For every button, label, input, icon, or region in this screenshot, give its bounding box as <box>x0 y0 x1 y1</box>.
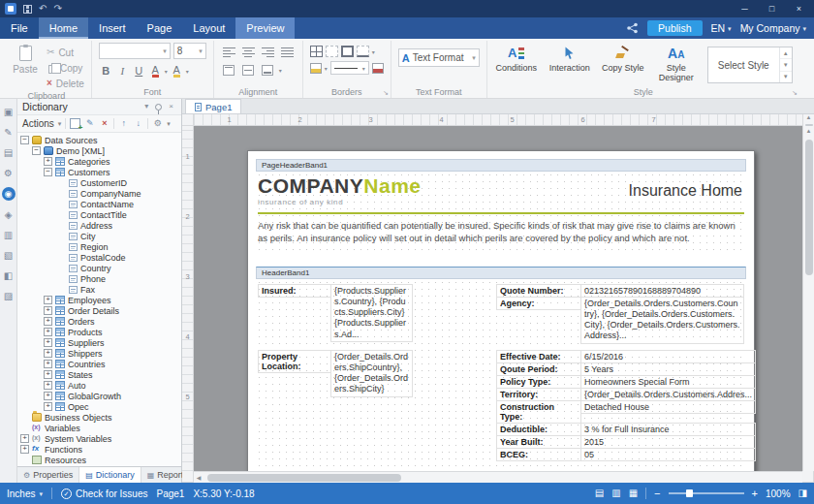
vertical-scroll-thumb[interactable] <box>805 140 813 275</box>
tree-expander-icon[interactable] <box>44 306 52 315</box>
view-continuous-icon[interactable]: ▦ <box>629 488 638 498</box>
tab-insert[interactable]: Insert <box>88 17 137 39</box>
tree-expander-icon[interactable] <box>44 317 52 326</box>
align-middle-button[interactable] <box>240 63 257 77</box>
tree-expander-icon[interactable] <box>44 349 52 358</box>
divider-rule[interactable] <box>258 212 744 214</box>
report-setup-icon[interactable]: ▣ <box>2 106 16 118</box>
scroll-up-icon[interactable]: ▲ <box>806 126 812 136</box>
tree-expander-icon[interactable] <box>57 189 66 198</box>
borders-menu-button[interactable]: ▾ <box>372 48 375 55</box>
field-value[interactable]: 3 % for Full Insurance <box>580 423 756 436</box>
delete-item-icon[interactable]: × <box>99 119 110 128</box>
field-label[interactable]: Effective Date: <box>496 350 581 363</box>
tree-expander-icon[interactable] <box>57 242 66 251</box>
paste-button[interactable]: Paste <box>9 43 42 75</box>
tree-expander-icon[interactable] <box>57 264 66 272</box>
tree-item[interactable]: Business Objects <box>17 412 181 423</box>
actions-menu[interactable]: Actions <box>22 118 54 129</box>
pin-icon[interactable] <box>155 104 162 110</box>
tree-expander-icon[interactable] <box>44 338 52 347</box>
font-color-button[interactable]: A <box>148 63 163 79</box>
tree-item[interactable]: CompanyName <box>17 188 181 199</box>
close-button[interactable]: × <box>789 2 809 16</box>
tree-expander-icon[interactable] <box>57 210 66 219</box>
online-icon[interactable]: ◉ <box>2 187 16 201</box>
tree-item[interactable]: Fax <box>17 284 181 295</box>
borders-dialog-launcher-icon[interactable]: ↘ <box>383 89 389 96</box>
underline-button[interactable]: U <box>132 63 146 79</box>
tree-expander-icon[interactable] <box>57 253 66 262</box>
fill-color-button[interactable] <box>310 63 322 74</box>
tree-item[interactable]: Phone <box>17 273 181 284</box>
field-label[interactable]: Property Location: <box>258 350 331 373</box>
no-borders-button[interactable] <box>326 46 338 57</box>
tree-item[interactable]: Customers <box>17 167 181 177</box>
panel-tab-properties[interactable]: ⚙ Properties <box>17 467 79 483</box>
tree-item[interactable]: Shippers <box>17 348 181 359</box>
tree-item[interactable]: Opec <box>17 401 181 412</box>
undo-icon[interactable]: ↶ <box>39 4 47 14</box>
tree-item[interactable]: Orders <box>17 316 181 327</box>
tree-item[interactable]: Address <box>17 220 181 231</box>
chevron-down-icon[interactable]: ▾ <box>186 68 189 75</box>
company-logo-text[interactable]: COMPANYName insurance of any kind <box>258 175 629 206</box>
tab-home[interactable]: Home <box>39 17 88 39</box>
check-for-issues-button[interactable]: ✓Check for Issues <box>61 488 147 499</box>
tree-expander-icon[interactable] <box>44 157 52 166</box>
tree-expander-icon[interactable] <box>44 328 52 336</box>
vertical-scrollbar[interactable]: ▲ <box>802 114 814 126</box>
field-value[interactable]: Homeowners Special Form <box>580 375 756 389</box>
zoom-in-button[interactable]: + <box>752 488 758 499</box>
tree-expander-icon[interactable] <box>57 178 66 187</box>
tab-layout[interactable]: Layout <box>182 17 235 39</box>
tree-expander-icon[interactable] <box>44 360 52 368</box>
align-left-button[interactable] <box>221 46 237 59</box>
tree-item[interactable]: Country <box>17 263 181 273</box>
tree-expander-icon[interactable] <box>44 370 52 379</box>
copy-style-button[interactable]: Copy Style <box>601 45 645 73</box>
redo-icon[interactable]: ↷ <box>53 4 61 14</box>
field-label[interactable]: Quote Number: <box>496 284 581 298</box>
tab-preview[interactable]: Preview <box>235 17 295 39</box>
field-label[interactable]: Deductible: <box>496 423 581 436</box>
pages-icon[interactable]: ▤ <box>2 146 16 159</box>
gallery-up-icon[interactable]: ▲ <box>780 47 792 58</box>
field-value[interactable]: 2015 <box>580 435 756 449</box>
interaction-button[interactable]: Interaction <box>548 45 592 73</box>
tree-expander-icon[interactable] <box>57 274 66 283</box>
tree-expander-icon[interactable] <box>20 445 29 454</box>
align-justify-button[interactable] <box>279 46 296 59</box>
tree-expander-icon[interactable] <box>20 456 29 464</box>
edit-tool-icon[interactable]: ✎ <box>2 126 16 139</box>
bottom-border-button[interactable] <box>357 46 369 57</box>
zoom-level[interactable]: 100% <box>766 488 791 499</box>
gallery-menu-icon[interactable]: ▼ <box>780 71 792 82</box>
panel-menu-icon[interactable]: ▾ <box>141 103 151 110</box>
zoom-out-button[interactable]: − <box>654 488 660 499</box>
header-band-bar[interactable]: HeaderBand1 <box>256 267 746 279</box>
tree-expander-icon[interactable] <box>57 285 66 294</box>
tree-item[interactable]: States <box>17 369 181 380</box>
units-selector[interactable]: Inches▾ <box>7 488 43 499</box>
panel-close-icon[interactable]: × <box>166 103 176 110</box>
tree-item[interactable]: Functions <box>17 444 181 455</box>
rotation-menu-button[interactable]: ▾ <box>279 67 282 74</box>
page-header-band-bar[interactable]: PageHeaderBand1 <box>256 159 746 172</box>
tree-item[interactable]: Resources <box>17 455 181 465</box>
field-label[interactable]: Policy Type: <box>496 375 581 389</box>
grid-icon[interactable]: ▨ <box>2 290 16 302</box>
cut-button[interactable]: ✂Cut <box>47 46 84 59</box>
horizontal-scroll-thumb[interactable] <box>207 474 401 482</box>
publish-button[interactable]: Publish <box>647 20 702 36</box>
align-right-button[interactable] <box>260 46 276 59</box>
field-value[interactable]: 5 Years <box>580 362 756 376</box>
italic-button[interactable]: I <box>115 63 130 79</box>
style-dialog-launcher-icon[interactable]: ↘ <box>792 89 798 96</box>
panels-icon[interactable]: ◧ <box>2 269 16 282</box>
report-intro-text[interactable]: Any risk that can be quantified can pote… <box>258 219 744 249</box>
tree-item[interactable]: Order Details <box>17 305 181 316</box>
tab-file[interactable]: File <box>0 17 39 39</box>
delete-button[interactable]: ×Delete <box>47 77 84 90</box>
view-page-icon[interactable]: ▥ <box>611 488 620 498</box>
